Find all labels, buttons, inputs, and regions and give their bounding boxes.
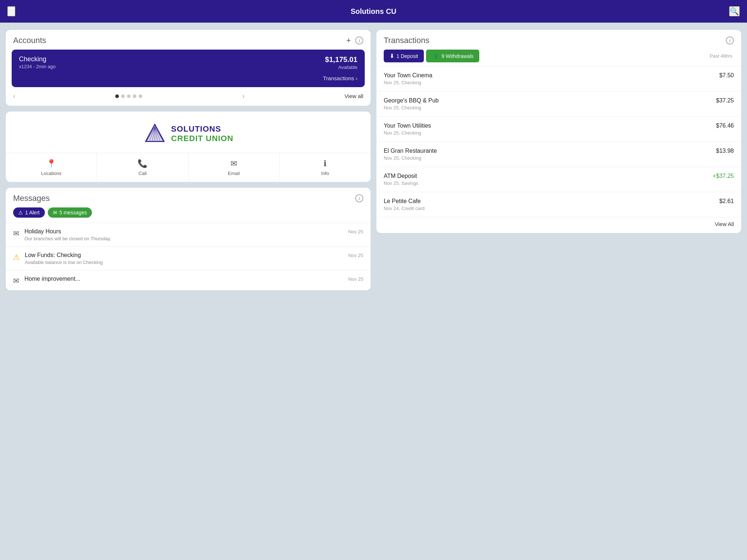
tx-left-5: Le Petite Cafe Nov 24, Credit card xyxy=(384,198,425,211)
message-name-0: Holiday Hours xyxy=(24,228,61,235)
message-envelope-icon-2: ✉ xyxy=(13,276,19,285)
message-content-0: Holiday Hours Nov 25 Our branches will b… xyxy=(24,228,363,241)
message-date-1: Nov 25 xyxy=(348,253,363,258)
menu-button[interactable]: ☰ xyxy=(7,6,15,16)
tx-left-3: El Gran Restaurante Nov 25, Checking xyxy=(384,148,437,161)
tx-sub-1: Nov 25, Checking xyxy=(384,105,439,110)
dot-2 xyxy=(121,94,125,98)
dot-1 xyxy=(115,94,119,98)
messages-info-icon[interactable]: i xyxy=(355,194,363,202)
accounts-title: Accounts xyxy=(13,36,46,45)
tx-merchant-4: ATM Deposit xyxy=(384,173,418,179)
messages-badge[interactable]: ✉ 5 messages xyxy=(48,207,92,218)
tx-item-2[interactable]: Your Town Utilities Nov 25, Checking $76… xyxy=(376,117,741,142)
cu-logo-area: SOLUTIONS CREDIT UNION xyxy=(6,112,371,153)
tx-left-0: Your Town Cinema Nov 25, Checking xyxy=(384,72,432,85)
tx-amount-3: $13.98 xyxy=(716,148,734,154)
account-balance: $1,175.01 xyxy=(325,55,357,64)
tx-amount-1: $37.25 xyxy=(716,97,734,104)
tx-merchant-1: George's BBQ & Pub xyxy=(384,97,439,104)
account-row-top: Checking x1234 - 2min ago $1,175.01 Avai… xyxy=(19,55,357,70)
cu-name-text: SOLUTIONS CREDIT UNION xyxy=(171,124,233,143)
carousel-dots xyxy=(115,94,142,98)
carousel-next[interactable]: › xyxy=(242,92,244,100)
transactions-info-icon[interactable]: i xyxy=(726,36,734,44)
deposit-tab-icon: ⬇ xyxy=(390,52,394,59)
alert-badge-icon: ⚠ xyxy=(18,210,23,215)
message-item-0[interactable]: ✉ Holiday Hours Nov 25 Our branches will… xyxy=(6,223,371,246)
transactions-title: Transactions xyxy=(384,36,429,45)
tx-tab-group: ⬇ 1 Deposit 💲 9 Withdrawals xyxy=(384,50,479,62)
search-button[interactable]: 🔍 xyxy=(729,6,740,16)
tx-merchant-5: Le Petite Cafe xyxy=(384,198,425,205)
checking-account-item[interactable]: Checking x1234 - 2min ago $1,175.01 Avai… xyxy=(12,50,365,87)
message-name-2: Home improvement... xyxy=(24,276,80,282)
add-account-button[interactable]: + xyxy=(346,36,351,45)
deposit-tab[interactable]: ⬇ 1 Deposit xyxy=(384,50,424,62)
locations-button[interactable]: 📍 Locations xyxy=(6,153,97,182)
tx-item-5[interactable]: Le Petite Cafe Nov 24, Credit card $2.61 xyxy=(376,192,741,217)
tx-item-0[interactable]: Your Town Cinema Nov 25, Checking $7.50 xyxy=(376,66,741,92)
messages-badge-label: 5 messages xyxy=(59,210,87,215)
message-date-2: Nov 25 xyxy=(348,276,363,282)
dot-3 xyxy=(127,94,131,98)
cu-name-line1: SOLUTIONS xyxy=(171,124,233,134)
info-label: Info xyxy=(321,171,329,176)
tx-view-all-button[interactable]: View All xyxy=(715,221,734,227)
alert-triangle-icon-1: ⚠ xyxy=(13,253,20,261)
message-envelope-icon-0: ✉ xyxy=(13,229,19,238)
tx-amount-2: $76.46 xyxy=(716,122,734,129)
tx-amount-0: $7.50 xyxy=(719,72,734,79)
tx-sub-0: Nov 25, Checking xyxy=(384,80,432,85)
transactions-card: Transactions i ⬇ 1 Deposit 💲 9 Withdrawa… xyxy=(376,30,741,233)
message-date-0: Nov 25 xyxy=(348,229,363,234)
alert-badge[interactable]: ⚠ 1 Alert xyxy=(13,207,45,218)
message-item-1[interactable]: ⚠ Low Funds: Checking Nov 25 Available b… xyxy=(6,246,371,270)
carousel-row: ‹ › View all xyxy=(6,87,371,106)
messages-badges: ⚠ 1 Alert ✉ 5 messages xyxy=(6,207,371,223)
accounts-header: Accounts + i xyxy=(6,30,371,50)
locations-label: Locations xyxy=(41,171,62,176)
tx-item-3[interactable]: El Gran Restaurante Nov 25, Checking $13… xyxy=(376,142,741,167)
withdrawal-tab-icon: 💲 xyxy=(432,52,439,59)
email-button[interactable]: ✉ Email xyxy=(189,153,280,182)
account-name-area: Checking x1234 - 2min ago xyxy=(19,55,55,69)
accounts-info-icon[interactable]: i xyxy=(355,36,363,44)
tx-sub-3: Nov 25, Checking xyxy=(384,155,437,161)
carousel-prev[interactable]: ‹ xyxy=(13,92,15,100)
tx-item-1[interactable]: George's BBQ & Pub Nov 25, Checking $37.… xyxy=(376,92,741,117)
app-header: ☰ Solutions CU 🔍 xyxy=(0,0,747,23)
main-content: Accounts + i Checking x1234 - 2min ago $… xyxy=(0,23,747,298)
right-column: Transactions i ⬇ 1 Deposit 💲 9 Withdrawa… xyxy=(376,30,741,290)
tx-merchant-3: El Gran Restaurante xyxy=(384,148,437,154)
tx-merchant-0: Your Town Cinema xyxy=(384,72,432,79)
credit-union-card: SOLUTIONS CREDIT UNION 📍 Locations 📞 Cal… xyxy=(6,112,371,182)
app-title: Solutions CU xyxy=(351,7,396,16)
account-balance-area: $1,175.01 Available xyxy=(325,55,357,70)
message-item-2[interactable]: ✉ Home improvement... Nov 25 xyxy=(6,270,371,290)
tx-item-4[interactable]: ATM Deposit Nov 25, Savings +$37.25 xyxy=(376,167,741,192)
cu-logo: SOLUTIONS CREDIT UNION xyxy=(143,122,233,145)
call-icon: 📞 xyxy=(138,159,147,168)
tx-left-1: George's BBQ & Pub Nov 25, Checking xyxy=(384,97,439,110)
account-transactions-link[interactable]: Transactions › xyxy=(19,75,357,81)
messages-header: Messages i xyxy=(6,188,371,207)
tx-view-all-area: View All xyxy=(376,217,741,233)
email-label: Email xyxy=(228,171,240,176)
messages-badge-icon: ✉ xyxy=(53,210,57,215)
messages-title: Messages xyxy=(13,194,50,203)
withdrawal-tab[interactable]: 💲 9 Withdrawals xyxy=(426,50,479,62)
info-icon: ℹ xyxy=(324,159,326,168)
account-sub: x1234 - 2min ago xyxy=(19,64,55,69)
account-available-label: Available xyxy=(325,65,357,70)
call-label: Call xyxy=(139,171,147,176)
accounts-view-all-button[interactable]: View all xyxy=(345,93,363,99)
message-title-row-1: Low Funds: Checking Nov 25 xyxy=(25,252,363,258)
dot-5 xyxy=(139,94,142,98)
message-name-1: Low Funds: Checking xyxy=(25,252,81,258)
info-button[interactable]: ℹ Info xyxy=(280,153,371,182)
message-content-2: Home improvement... Nov 25 xyxy=(24,276,363,282)
messages-card: Messages i ⚠ 1 Alert ✉ 5 messages ✉ Holi… xyxy=(6,188,371,290)
message-title-row-2: Home improvement... Nov 25 xyxy=(24,276,363,282)
call-button[interactable]: 📞 Call xyxy=(97,153,188,182)
